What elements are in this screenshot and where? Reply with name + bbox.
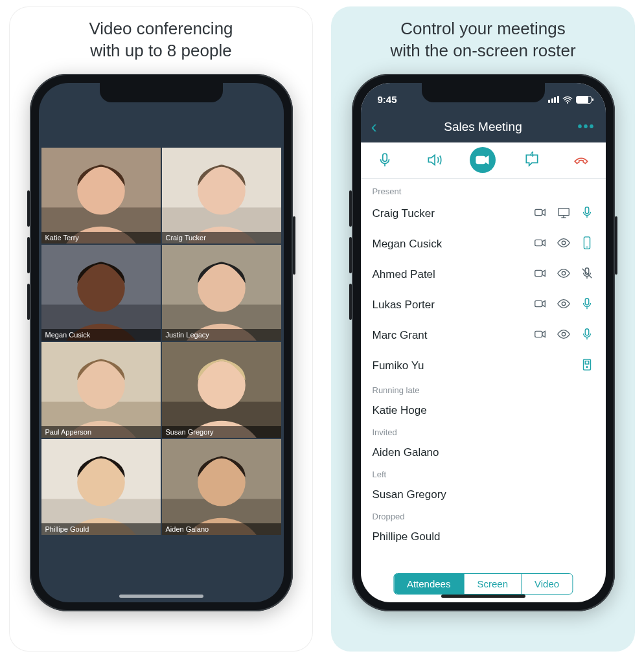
svg-rect-36 (558, 208, 569, 215)
participant-name-label: Megan Cusick (41, 329, 161, 341)
attendee-name: Marc Grant (373, 329, 428, 342)
svg-rect-35 (535, 209, 542, 215)
section-label: Left (361, 466, 606, 482)
mic-muted-icon (580, 266, 594, 284)
participant-avatar (41, 148, 161, 244)
tab-screen[interactable]: Screen (464, 574, 522, 594)
status-icons (548, 96, 592, 104)
participant-name-label: Susan Gregory (162, 426, 281, 438)
mic-on-icon (580, 327, 594, 345)
signal-icon (548, 96, 559, 103)
tab-video[interactable]: Video (522, 574, 572, 594)
meeting-title: Sales Meeting (361, 120, 606, 134)
svg-rect-37 (585, 207, 589, 213)
attendee-status-icons (533, 205, 594, 223)
attendee-row[interactable]: Susan Gregory (361, 482, 606, 508)
video-icon (533, 236, 547, 253)
participant-name-label: Katie Terry (41, 232, 161, 244)
svg-rect-34 (477, 157, 485, 164)
panel-caption: Control your meetings with the on-screen… (390, 18, 575, 62)
tab-attendees[interactable]: Attendees (394, 574, 465, 594)
section-label: Running late (361, 381, 606, 398)
view-icon (557, 266, 571, 284)
promo-panel-roster: Control your meetings with the on-screen… (331, 6, 635, 652)
video-button[interactable] (470, 147, 496, 173)
video-tile[interactable]: Craig Tucker (162, 148, 281, 244)
participant-name-label: Craig Tucker (162, 232, 281, 244)
attendee-row[interactable]: Craig Tucker (361, 199, 606, 229)
video-tile[interactable]: Phillipe Gould (41, 439, 161, 535)
video-tile[interactable]: Katie Terry (41, 148, 161, 244)
more-button[interactable]: ••• (577, 119, 595, 134)
attendee-row[interactable]: Aiden Galano (361, 440, 606, 466)
video-tile[interactable]: Megan Cusick (41, 245, 161, 341)
attendee-name: Aiden Galano (373, 446, 439, 459)
svg-point-32 (566, 102, 568, 103)
phone-notch (422, 83, 545, 102)
participant-avatar (41, 342, 161, 438)
attendee-row[interactable]: Fumiko Yu (361, 351, 606, 381)
attendee-name: Craig Tucker (373, 207, 435, 220)
view-icon (557, 297, 571, 314)
svg-rect-38 (535, 240, 542, 245)
participant-avatar (41, 245, 161, 341)
attendee-row[interactable]: Phillipe Gould (361, 524, 606, 550)
promo-panel-video: Video conferencing with up to 8 people K… (9, 6, 313, 652)
nav-header: ‹ Sales Meeting ••• (361, 111, 606, 142)
video-grid: Katie Terry Craig Tucker (39, 148, 284, 535)
svg-point-53 (586, 366, 588, 367)
participant-avatar (41, 439, 161, 535)
svg-rect-50 (585, 328, 589, 335)
participant-avatar (162, 148, 281, 244)
svg-rect-45 (535, 301, 542, 306)
roster-list[interactable]: Present Craig Tucker Megan Cusick Ahmed … (361, 179, 606, 563)
status-time: 9:45 (378, 94, 397, 105)
section-label: Present (361, 183, 606, 199)
back-button[interactable]: ‹ (371, 117, 377, 137)
attendee-status-icons (533, 236, 594, 253)
home-indicator (441, 595, 525, 598)
view-icon (557, 327, 571, 345)
video-icon (533, 266, 547, 284)
attendee-row[interactable]: Megan Cusick (361, 229, 606, 260)
attendee-status-icons (580, 357, 594, 375)
svg-rect-33 (383, 153, 387, 161)
mobile-icon (580, 236, 594, 253)
video-icon (533, 205, 547, 223)
chat-button[interactable]: 4 (519, 147, 545, 173)
caption-line-2: with the on-screen roster (390, 41, 575, 60)
caption-line-2: with up to 8 people (90, 41, 231, 60)
attendee-row[interactable]: Marc Grant (361, 321, 606, 351)
phone-screen-left: Katie Terry Craig Tucker (39, 83, 284, 602)
attendee-name: Phillipe Gould (373, 530, 441, 543)
hangup-button[interactable] (568, 147, 594, 173)
video-tile[interactable]: Aiden Galano (162, 439, 281, 535)
participant-avatar (162, 342, 281, 438)
section-label: Invited (361, 424, 606, 440)
mic-on-icon (580, 297, 594, 314)
attendee-row[interactable]: Lukas Porter (361, 290, 606, 321)
phone-frame-right: 9:45 ‹ Sales Meeting ••• (352, 74, 615, 611)
video-icon (533, 297, 547, 314)
attendee-name: Fumiko Yu (373, 359, 424, 372)
caption-line-1: Control your meetings (400, 19, 565, 38)
phone-notch (100, 83, 223, 102)
attendee-row[interactable]: Katie Hoge (361, 398, 606, 424)
video-tile[interactable]: Justin Legacy (162, 245, 281, 341)
wifi-icon (562, 96, 573, 104)
phone-screen-right: 9:45 ‹ Sales Meeting ••• (361, 83, 606, 602)
mute-button[interactable] (372, 147, 398, 173)
video-tile[interactable]: Paul Apperson (41, 342, 161, 438)
attendee-name: Lukas Porter (373, 299, 435, 312)
view-segmented-control[interactable]: Attendees Screen Video (393, 573, 573, 595)
attendee-name: Megan Cusick (373, 238, 443, 251)
svg-point-43 (562, 271, 566, 275)
participant-avatar (162, 439, 281, 535)
speaker-button[interactable] (421, 147, 447, 173)
video-tile[interactable]: Susan Gregory (162, 342, 281, 438)
meeting-toolbar: 4 (361, 142, 606, 179)
battery-icon (576, 96, 592, 104)
svg-rect-52 (585, 361, 589, 364)
section-label: Dropped (361, 508, 606, 524)
attendee-row[interactable]: Ahmed Patel (361, 260, 606, 290)
